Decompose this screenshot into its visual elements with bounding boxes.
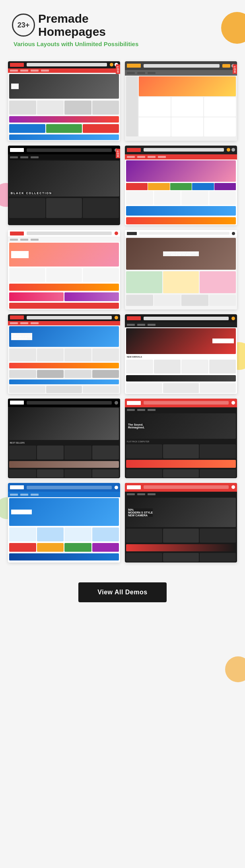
hero-area-1: FashionTrends xyxy=(9,74,119,99)
hero-3: BLACK COLLECTION xyxy=(9,161,119,197)
menu-bar-4 xyxy=(125,154,237,160)
screenshot-card-9[interactable]: BEST SELLERS xyxy=(8,399,120,478)
search-2 xyxy=(144,64,220,68)
deco-circle-orange2 xyxy=(225,656,245,682)
mock-site-3: BLACK COLLECTION xyxy=(8,146,120,225)
banner-12 xyxy=(126,544,236,551)
screenshot-card-4[interactable] xyxy=(125,146,237,225)
nav-bar-10 xyxy=(125,399,237,407)
header: 23+ PremadeHomepages Various Layouts wit… xyxy=(0,0,245,53)
sidebar-2 xyxy=(126,76,138,136)
logo-4 xyxy=(127,148,141,152)
screenshot-card-6[interactable]: EMARKET SUMMER VACATIONSALE UP TO 90% xyxy=(125,230,237,309)
menu-bar-1 xyxy=(8,68,120,73)
nav-bar-8 xyxy=(125,314,237,322)
search-10 xyxy=(144,401,229,405)
hero-7: 50%MODERN S STYLESONY XPERIA xyxy=(9,326,119,347)
screenshot-card-12[interactable]: 50%MODERN S STYLENEW CAMERA xyxy=(125,483,237,562)
menu-bar-8 xyxy=(125,322,237,327)
cats-7 xyxy=(8,369,120,379)
mock-site-10: The Sound.Reimagined. FLAT PACK COMPUTER xyxy=(125,399,237,478)
logo-11 xyxy=(10,485,24,489)
nav-bar-5 xyxy=(8,230,120,237)
search-8 xyxy=(144,317,229,320)
menu-bar-10 xyxy=(125,407,237,413)
prod-grid-2 xyxy=(139,97,236,136)
mock-site-7: 50%MODERN S STYLESONY XPERIA xyxy=(8,314,120,394)
screenshot-card-8[interactable]: SPORT & FITNESSEQUIPMENT NEW ARRIVALS xyxy=(125,314,237,394)
logo-2 xyxy=(127,64,141,68)
logo-7 xyxy=(10,315,24,319)
nav-bar-6 xyxy=(125,230,237,237)
search-bar-1 xyxy=(27,63,107,66)
cols-6 xyxy=(125,271,237,294)
logo-12 xyxy=(127,485,141,489)
prod-row-11 xyxy=(8,527,120,542)
hero-8: SPORT & FITNESSEQUIPMENT xyxy=(126,328,236,354)
screenshot-card-10[interactable]: The Sound.Reimagined. FLAT PACK COMPUTER xyxy=(125,399,237,478)
prod-row-10 xyxy=(125,444,237,459)
header-title: PremadeHomepages xyxy=(38,12,106,38)
cats-row-1 xyxy=(8,123,120,134)
search-7 xyxy=(27,316,112,319)
banner-4 xyxy=(126,206,236,216)
logo-6 xyxy=(127,232,137,235)
mock-site-11: iPad, Computer:Now in Two Sizes. xyxy=(8,483,120,562)
prod-row-5 xyxy=(8,267,120,283)
banner-7 xyxy=(9,363,119,368)
logo-10 xyxy=(127,401,141,405)
menu-bar-12 xyxy=(125,492,237,497)
banner-1 xyxy=(9,116,119,123)
mock-site-12: 50%MODERN S STYLENEW CAMERA xyxy=(125,483,237,562)
screenshot-card-11[interactable]: iPad, Computer:Now in Two Sizes. xyxy=(8,483,120,562)
bottom-banner-1 xyxy=(9,134,119,140)
nav-bar-9 xyxy=(8,399,120,407)
nav-bar-2 xyxy=(125,61,237,70)
main-content-2 xyxy=(139,76,236,136)
fitness-banner-8 xyxy=(126,375,236,381)
nav-bar-3 xyxy=(8,146,120,154)
hot-label-1: HOT xyxy=(116,64,120,74)
banner-2 xyxy=(139,76,236,96)
search-9 xyxy=(27,401,112,405)
nav-bar-7 xyxy=(8,314,120,321)
banner-10 xyxy=(126,460,236,468)
screenshot-card-5[interactable]: FLORAL PRINTDRESSES30% OFF xyxy=(8,230,120,309)
hero-6: EMARKET SUMMER VACATIONSALE UP TO 90% xyxy=(126,238,236,270)
screenshot-card-2[interactable]: HOT xyxy=(125,61,237,141)
menu-bar-3 xyxy=(8,154,120,160)
mock-site-4 xyxy=(125,146,237,225)
nav-bar-11 xyxy=(8,483,120,492)
search-12 xyxy=(144,485,229,489)
screenshot-card-7[interactable]: 50%MODERN S STYLESONY XPERIA xyxy=(8,314,120,394)
menu-bar-7 xyxy=(8,321,120,325)
products-row-1 xyxy=(8,100,120,115)
screenshots-grid: HOT FashionTrends xyxy=(0,53,245,570)
hero-9 xyxy=(9,408,119,440)
badge-count: 23+ xyxy=(12,14,35,37)
hero-11: iPad, Computer:Now in Two Sizes. xyxy=(9,498,119,526)
header-subtitle: Various Layouts with Unlimited Possibili… xyxy=(14,41,233,47)
products-3 xyxy=(8,197,120,219)
screenshot-card-1[interactable]: HOT FashionTrends xyxy=(8,61,120,141)
nav-bar-1 xyxy=(8,61,120,68)
screenshot-card-3[interactable]: HOT BLACK COLLECTION xyxy=(8,146,120,225)
cta-section: View All Demos xyxy=(0,570,245,618)
logo-9 xyxy=(10,401,24,405)
cat-banner-5 xyxy=(9,284,119,291)
mock-site-2 xyxy=(125,61,237,141)
menu-bar-5 xyxy=(8,237,120,242)
hot-label-3: HOT xyxy=(116,149,120,158)
body-area-2 xyxy=(125,76,237,137)
search-4 xyxy=(144,148,224,152)
view-all-demos-button[interactable]: View All Demos xyxy=(78,582,166,602)
prod-row-9 xyxy=(8,445,120,460)
logo-3 xyxy=(10,148,24,152)
mock-site-6: EMARKET SUMMER VACATIONSALE UP TO 90% xyxy=(125,230,237,309)
hero-12: 50%MODERN S STYLENEW CAMERA xyxy=(126,498,236,527)
mock-site-5: FLORAL PRINTDRESSES30% OFF xyxy=(8,230,120,309)
nav-bar-4 xyxy=(125,146,237,154)
prod-row-4 xyxy=(125,191,237,205)
prod-row-8 xyxy=(125,359,237,374)
cats-11 xyxy=(8,542,120,553)
